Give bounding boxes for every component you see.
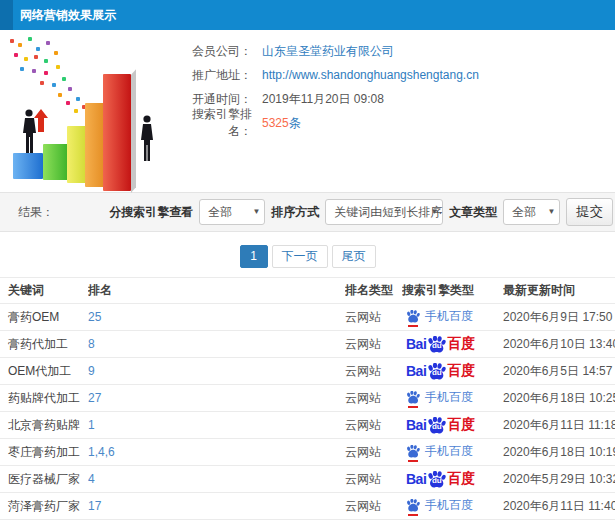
results-table: 关键词 排名 排名类型 搜索引擎类型 最新更新时间 膏药OEM25云网站手机百度…	[0, 277, 615, 520]
rank-type-cell: 云网站	[345, 412, 402, 439]
baidu-paw-icon: du	[427, 363, 446, 380]
rank-type-cell: 云网站	[345, 358, 402, 385]
chart-bar-red	[103, 74, 131, 191]
baidu-logo: Baidu百度	[406, 362, 475, 380]
header-rank-type: 排名类型	[345, 278, 402, 304]
baidu-logo-cn: 百度	[447, 470, 475, 488]
rank-cell: 9	[88, 358, 345, 385]
rank-cell: 1	[88, 412, 345, 439]
updated-cell: 2020年6月11日 11:18	[503, 412, 615, 439]
table-row: 北京膏药贴牌1云网站Baidu百度2020年6月11日 11:18	[0, 412, 615, 439]
engine-cell: Baidu百度	[402, 358, 503, 385]
keyword-cell: 膏药代加工	[0, 331, 88, 358]
baidu-logo-bai: Bai	[406, 417, 426, 433]
rank-link[interactable]: 17	[88, 499, 101, 513]
baidu-logo: Baidu百度	[406, 416, 475, 434]
table-header-row: 关键词 排名 排名类型 搜索引擎类型 最新更新时间	[0, 278, 615, 304]
chevron-down-icon: ▼	[252, 200, 260, 224]
engine-filter-select[interactable]: 全部 ▼	[199, 199, 265, 225]
table-row: 药贴牌代加工27云网站手机百度2020年6月18日 10:25	[0, 385, 615, 412]
filter-bar: 结果： 分搜索引擎查看 全部 ▼ 排序方式 关键词由短到长排序 ▼ 文章类型 全…	[0, 192, 615, 232]
rank-link[interactable]: 4	[88, 472, 95, 486]
engine-cell: Baidu百度	[402, 466, 503, 493]
mobile-baidu-label: 手机百度	[425, 308, 473, 325]
engine-filter-label: 分搜索引擎查看	[109, 204, 193, 221]
updated-cell: 2020年5月29日 10:32	[503, 466, 615, 493]
engine-cell: Baidu百度	[402, 412, 503, 439]
header-engine-type: 搜索引擎类型	[402, 278, 503, 304]
rank-cell: 27	[88, 385, 345, 412]
titlebar-left-accent	[0, 0, 13, 30]
sort-filter-select[interactable]: 关键词由短到长排序 ▼	[325, 199, 443, 225]
chevron-down-icon: ▼	[547, 200, 555, 224]
rank-link[interactable]: 1	[88, 418, 95, 432]
info-row-rank-count: 搜索引擎排名： 5325条	[180, 111, 615, 135]
chart-bar-green	[43, 144, 68, 180]
baidu-paw-icon: du	[427, 417, 446, 434]
rank-type-cell: 云网站	[345, 493, 402, 520]
mobile-baidu-label: 手机百度	[425, 389, 473, 406]
company-link[interactable]: 山东皇圣堂药业有限公司	[262, 43, 394, 60]
baidu-logo-bai: Bai	[406, 363, 426, 379]
rank-cell: 17	[88, 493, 345, 520]
rank-type-cell: 云网站	[345, 331, 402, 358]
info-row-company: 会员公司： 山东皇圣堂药业有限公司	[180, 39, 615, 63]
page-button-1[interactable]: 1	[240, 245, 268, 268]
confetti-decoration	[10, 39, 14, 43]
article-type-select[interactable]: 全部 ▼	[503, 199, 560, 225]
engine-cell: Baidu百度	[402, 331, 503, 358]
table-row: 膏药OEM25云网站手机百度2020年6月9日 17:50	[0, 304, 615, 331]
keyword-cell: 膏药OEM	[0, 304, 88, 331]
rank-link[interactable]: 9	[88, 364, 95, 378]
baidu-paw-icon: du	[427, 471, 446, 488]
baidu-logo-bai: Bai	[406, 471, 426, 487]
open-time-label: 开通时间：	[180, 91, 252, 108]
rank-type-cell: 云网站	[345, 439, 402, 466]
table-row: OEM代加工9云网站Baidu百度2020年6月5日 14:57	[0, 358, 615, 385]
engine-cell: 手机百度	[402, 493, 503, 520]
rank-link[interactable]: 25	[88, 310, 101, 324]
baidu-logo-du: du	[432, 422, 442, 431]
results-table-body: 膏药OEM25云网站手机百度2020年6月9日 17:50膏药代加工8云网站Ba…	[0, 304, 615, 520]
promo-url-link[interactable]: http://www.shandonghuangshengtang.cn	[262, 68, 479, 82]
mobile-baidu-paw-icon	[406, 310, 420, 323]
last-page-button[interactable]: 尾页	[332, 245, 376, 268]
rank-link[interactable]: 8	[88, 337, 95, 351]
rank-cell: 1,4,6	[88, 439, 345, 466]
baidu-logo-du: du	[432, 341, 442, 350]
rank-cell: 4	[88, 466, 345, 493]
next-page-button[interactable]: 下一页	[272, 245, 328, 268]
mobile-baidu-paw-icon	[406, 391, 420, 404]
baidu-logo-cn: 百度	[447, 335, 475, 353]
header-rank: 排名	[88, 278, 345, 304]
info-fields: 会员公司： 山东皇圣堂药业有限公司 推广地址： http://www.shand…	[180, 30, 615, 135]
rank-link[interactable]: 1,4,6	[88, 445, 115, 459]
page-title: 网络营销效果展示	[20, 8, 116, 22]
rank-cell: 8	[88, 331, 345, 358]
chevron-down-icon: ▼	[430, 200, 438, 224]
header-keyword: 关键词	[0, 278, 88, 304]
engine-cell: 手机百度	[402, 304, 503, 331]
keyword-cell: 北京膏药贴牌	[0, 412, 88, 439]
table-row: 膏药代加工8云网站Baidu百度2020年6月10日 13:40	[0, 331, 615, 358]
rank-count-unit: 条	[289, 116, 301, 130]
rank-link[interactable]: 27	[88, 391, 101, 405]
table-row: 菏泽膏药厂家17云网站手机百度2020年6月11日 11:40	[0, 493, 615, 520]
info-row-url: 推广地址： http://www.shandonghuangshengtang.…	[180, 63, 615, 87]
engine-cell: 手机百度	[402, 439, 503, 466]
titlebar: 网络营销效果展示	[0, 0, 615, 30]
rank-count-value: 5325	[262, 116, 289, 130]
table-row: 医疗器械厂家4云网站Baidu百度2020年5月29日 10:32	[0, 466, 615, 493]
mobile-baidu-label: 手机百度	[425, 443, 473, 460]
rank-type-cell: 云网站	[345, 304, 402, 331]
sort-filter-label: 排序方式	[271, 204, 319, 221]
updated-cell: 2020年6月18日 10:25	[503, 385, 615, 412]
businessman-right	[139, 115, 155, 166]
baidu-logo-cn: 百度	[447, 416, 475, 434]
keyword-cell: OEM代加工	[0, 358, 88, 385]
mobile-baidu-logo: 手机百度	[406, 308, 473, 325]
mobile-baidu-logo: 手机百度	[406, 497, 473, 514]
baidu-logo-du: du	[432, 476, 442, 485]
keyword-cell: 医疗器械厂家	[0, 466, 88, 493]
submit-button[interactable]: 提交	[566, 198, 613, 226]
